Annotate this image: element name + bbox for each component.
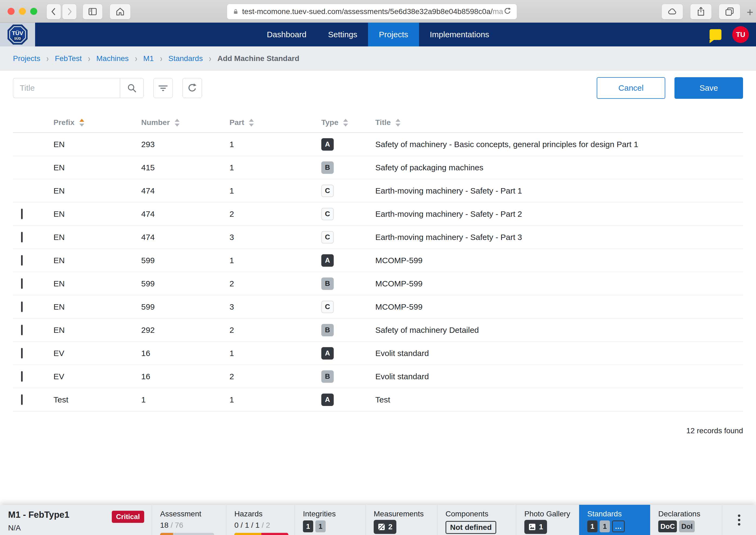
cell-title: Earth-moving machinery - Safety - Part 2 bbox=[375, 210, 743, 219]
tab-overview-button[interactable] bbox=[719, 4, 740, 19]
more-options-button[interactable] bbox=[722, 505, 756, 535]
icloud-tabs-button[interactable] bbox=[661, 4, 683, 19]
table-row: EN 474 3 C Earth-moving machinery - Safe… bbox=[13, 226, 743, 249]
feedback-flag-icon[interactable] bbox=[710, 29, 721, 40]
forward-chevron-icon bbox=[65, 7, 74, 16]
sort-arrows-icon[interactable] bbox=[79, 119, 84, 127]
breadcrumb-machines[interactable]: Machines bbox=[96, 54, 129, 63]
filter-button[interactable] bbox=[153, 78, 173, 98]
nav-item-settings[interactable]: Settings bbox=[317, 23, 368, 46]
row-checkbox[interactable] bbox=[21, 301, 23, 312]
app-navbar: TÜV SÜD Dashboard Settings Projects Impl… bbox=[0, 23, 756, 46]
cell-title: Safety of packaging machines bbox=[375, 163, 743, 172]
standards-badge: 1 bbox=[600, 521, 610, 532]
cancel-button[interactable]: Cancel bbox=[597, 77, 665, 99]
cell-number: 599 bbox=[141, 256, 229, 265]
tab-assessment[interactable]: Assessment 18 / 76 bbox=[152, 505, 226, 535]
cell-number: 293 bbox=[141, 140, 229, 149]
tab-photo-gallery[interactable]: Photo Gallery 1 bbox=[516, 505, 579, 535]
tab-standards[interactable]: Standards 1 1 ... bbox=[579, 505, 650, 535]
cell-part: 1 bbox=[229, 163, 321, 172]
address-bar[interactable]: test-mcomone.tuev-sued.com/assessments/5… bbox=[227, 4, 517, 19]
close-window-button[interactable] bbox=[8, 8, 15, 15]
tab-integrities[interactable]: Integrities 1 1 bbox=[295, 505, 365, 535]
svg-text:SÜD: SÜD bbox=[14, 37, 21, 41]
page-reload-button[interactable] bbox=[503, 7, 512, 16]
exposure-icon bbox=[377, 523, 386, 531]
tab-declarations[interactable]: Declarations DoC DoI bbox=[650, 505, 722, 535]
sort-arrows-icon[interactable] bbox=[395, 119, 400, 127]
tab-measurements[interactable]: Measurements 2 bbox=[365, 505, 437, 535]
cell-prefix: EN bbox=[53, 325, 141, 335]
search-button[interactable] bbox=[120, 78, 144, 98]
tab-components[interactable]: Components Not defined bbox=[437, 505, 516, 535]
row-checkbox[interactable] bbox=[21, 278, 23, 289]
minimize-window-button[interactable] bbox=[19, 8, 26, 15]
breadcrumb-m1[interactable]: M1 bbox=[143, 54, 154, 63]
type-badge: B bbox=[321, 277, 334, 290]
nav-item-dashboard[interactable]: Dashboard bbox=[256, 23, 317, 46]
browser-back-button[interactable] bbox=[46, 4, 61, 19]
browser-forward-button[interactable] bbox=[62, 4, 77, 19]
sort-arrows-icon[interactable] bbox=[175, 119, 180, 127]
window-controls[interactable] bbox=[8, 8, 37, 15]
new-tab-button[interactable]: + bbox=[746, 6, 753, 19]
cell-title: MCOMP-599 bbox=[375, 302, 743, 312]
cell-title: Evolit standard bbox=[375, 372, 743, 381]
type-badge: B bbox=[321, 370, 334, 383]
brand-logo[interactable]: TÜV SÜD bbox=[0, 23, 35, 46]
title-search-input[interactable] bbox=[13, 78, 120, 98]
cell-part: 2 bbox=[229, 210, 321, 219]
row-checkbox[interactable] bbox=[21, 371, 23, 382]
refresh-button[interactable] bbox=[183, 78, 202, 98]
cell-prefix: EN bbox=[53, 279, 141, 288]
svg-text:TÜV: TÜV bbox=[12, 30, 23, 36]
photo-gallery-count: 1 bbox=[539, 522, 543, 531]
cell-prefix: EN bbox=[53, 210, 141, 219]
row-checkbox[interactable] bbox=[21, 232, 23, 242]
sidebar-toggle-button[interactable] bbox=[83, 4, 102, 19]
cell-prefix: EN bbox=[53, 256, 141, 265]
user-avatar[interactable]: TU bbox=[732, 26, 749, 43]
standards-more-badge: ... bbox=[612, 521, 625, 532]
row-checkbox[interactable] bbox=[21, 209, 23, 219]
header-title[interactable]: Title bbox=[375, 118, 743, 127]
header-prefix[interactable]: Prefix bbox=[53, 118, 141, 127]
home-button[interactable] bbox=[110, 4, 131, 19]
zoom-window-button[interactable] bbox=[30, 8, 37, 15]
row-checkbox[interactable] bbox=[21, 325, 23, 335]
save-button[interactable]: Save bbox=[675, 77, 743, 99]
header-number[interactable]: Number bbox=[141, 118, 229, 127]
share-icon bbox=[696, 7, 706, 17]
hazards-total: / 2 bbox=[262, 521, 270, 529]
components-not-defined-badge: Not defined bbox=[446, 521, 496, 534]
nav-item-implementations[interactable]: Implementations bbox=[419, 23, 500, 46]
assessment-label: Assessment bbox=[160, 510, 226, 518]
cell-part: 2 bbox=[229, 325, 321, 335]
sort-arrows-icon[interactable] bbox=[249, 119, 254, 127]
home-icon bbox=[115, 7, 125, 17]
cell-number: 16 bbox=[141, 349, 229, 358]
nav-item-projects[interactable]: Projects bbox=[368, 23, 419, 46]
row-checkbox[interactable] bbox=[21, 394, 23, 405]
cell-part: 3 bbox=[229, 233, 321, 242]
cell-number: 474 bbox=[141, 233, 229, 242]
row-checkbox[interactable] bbox=[21, 348, 23, 358]
breadcrumb-current: Add Machine Standard bbox=[218, 54, 299, 63]
header-part[interactable]: Part bbox=[229, 118, 321, 127]
row-checkbox[interactable] bbox=[21, 255, 23, 266]
photo-gallery-count-badge: 1 bbox=[524, 520, 547, 534]
integrities-label: Integrities bbox=[303, 510, 365, 518]
breadcrumb-projects[interactable]: Projects bbox=[13, 54, 40, 63]
cell-number: 292 bbox=[141, 325, 229, 335]
breadcrumb-febtest[interactable]: FebTest bbox=[55, 54, 82, 63]
type-badge: B bbox=[321, 161, 334, 174]
header-type[interactable]: Type bbox=[321, 118, 375, 127]
type-badge: A bbox=[321, 394, 334, 406]
table-row: EN 415 1 B Safety of packaging machines bbox=[13, 156, 743, 179]
tab-hazards[interactable]: Hazards 0 / 1 / 1 / 2 bbox=[226, 505, 295, 535]
sort-arrows-icon[interactable] bbox=[343, 119, 348, 127]
breadcrumb-standards[interactable]: Standards bbox=[168, 54, 203, 63]
share-button[interactable] bbox=[690, 4, 712, 19]
type-badge: B bbox=[321, 324, 334, 336]
